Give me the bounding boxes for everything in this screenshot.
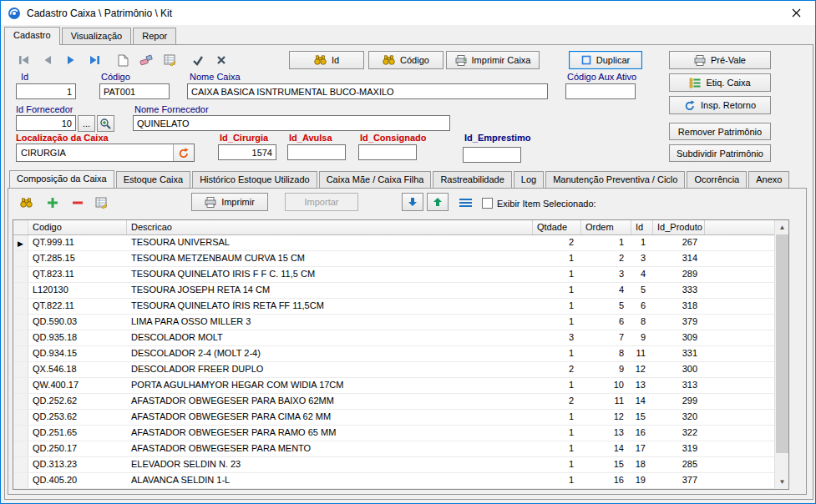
tab-composicao-da-caixa[interactable]: Composição da Caixa (9, 170, 114, 188)
cell-codigo: QD.405.20 (28, 473, 127, 488)
grid-edit-button[interactable] (91, 194, 111, 212)
scroll-up-icon[interactable]: ▲ (775, 220, 789, 234)
header-ordem[interactable]: Ordem (581, 220, 631, 234)
pre-vale-button[interactable]: Pré-Vale (669, 51, 771, 69)
table-row[interactable]: QD.590.03 LIMA PARA OSSO MILLER 3 1 6 8 … (13, 315, 788, 330)
nav-last-button[interactable] (84, 51, 104, 69)
insp-retorno-button[interactable]: Insp. Retorno (669, 96, 771, 114)
move-down-button[interactable] (402, 193, 423, 211)
tab-rastreabilidade[interactable]: Rastreabilidade (433, 171, 511, 188)
etiq-caixa-button[interactable]: Etiq. Caixa (669, 73, 771, 92)
table-row[interactable]: QD.008.86 CURETA LUCAS N. 86 1 17 20 380 (13, 489, 788, 490)
subdividir-patrimonio-button[interactable]: Subdividir Patrimônio (669, 144, 771, 162)
title-bar[interactable]: Cadastro Caixa \ Patrimônio \ Kit (1, 1, 815, 25)
cell-codigo: QD.251.65 (28, 426, 127, 441)
cell-codigo: QT.999.11 (28, 235, 127, 250)
edit-records-button[interactable] (160, 51, 180, 69)
grid-imprimir-button[interactable]: Imprimir (191, 193, 268, 211)
cell-codigo: QD.252.62 (28, 394, 127, 409)
tab-cadastro[interactable]: Cadastro (4, 27, 60, 45)
tab-log[interactable]: Log (514, 171, 544, 188)
table-row[interactable]: QT.822.11 TESOURA QUINELATO ÍRIS RETA FF… (13, 299, 788, 315)
table-row[interactable]: QT.823.11 TESOURA QUINELATO IRIS F F C. … (13, 267, 788, 283)
erase-record-button[interactable] (136, 51, 156, 69)
nav-prev-button[interactable] (38, 51, 58, 69)
fornecedor-browse-button[interactable]: ... (78, 115, 95, 132)
table-row[interactable]: ▶ QT.999.11 TESOURA UNIVERSAL 2 1 1 267 (13, 235, 788, 251)
table-row[interactable]: QD.313.23 ELEVADOR SELDIN N. 23 1 15 18 … (13, 457, 788, 473)
search-codigo-button[interactable]: Código (368, 51, 443, 69)
codigo-aux-field[interactable] (565, 83, 636, 99)
localizacao-combo[interactable]: CIRURGIA (16, 144, 195, 162)
cancel-button[interactable] (211, 51, 231, 69)
fornecedor-search-button[interactable] (97, 115, 114, 132)
imprimir-caixa-button[interactable]: Imprimir Caixa (446, 51, 540, 69)
id-field[interactable] (16, 83, 76, 99)
add-item-button[interactable] (43, 194, 63, 212)
new-record-button[interactable] (113, 51, 133, 69)
tab-manutencao-preventiva-ciclo[interactable]: Manutenção Preventiva / Ciclo (545, 171, 685, 188)
cell-ordem: 13 (581, 426, 631, 441)
tab-visualizacao[interactable]: Visualização (62, 28, 132, 44)
table-row[interactable]: QD.250.17 AFASTADOR OBWEGESER PARA MENTO… (13, 441, 788, 457)
cell-id: 18 (631, 457, 653, 472)
scroll-down-icon[interactable]: ▼ (775, 475, 789, 489)
nav-first-button[interactable] (14, 51, 34, 69)
cell-id-produto: 322 (653, 426, 705, 441)
cell-id-produto: 318 (653, 299, 705, 314)
binoculars-icon (20, 198, 33, 208)
table-row[interactable]: QD.935.18 DESCOLADOR MOLT 3 7 9 309 (13, 330, 788, 346)
grid-search-button[interactable] (16, 194, 36, 212)
localizacao-refresh-button[interactable] (173, 144, 194, 161)
header-codigo[interactable]: Codigo (28, 220, 127, 234)
header-qtdade[interactable]: Qtdade (533, 220, 581, 234)
exibir-item-checkbox[interactable] (482, 198, 493, 209)
table-row[interactable]: L120130 TESOURA JOSEPH RETA 14 CM 1 4 5 … (13, 283, 788, 299)
id-emprestimo-field[interactable] (463, 147, 521, 163)
table-row[interactable]: QT.285.15 TESOURA METZENBAUM CURVA 15 CM… (13, 251, 788, 267)
table-row[interactable]: QD.405.20 ALAVANCA SELDIN 1-L 1 16 19 37… (13, 473, 788, 489)
table-row[interactable]: QD.934.15 DESCOLADOR 2-4 (MOLT 2-4) 1 8 … (13, 346, 788, 362)
vertical-scrollbar[interactable]: ▲ ▼ (774, 220, 788, 489)
table-row[interactable]: QW.400.17 PORTA AGULHAMYOR HEGAR COM WID… (13, 378, 788, 394)
tab-historico-estoque-utilizado[interactable]: Histórico Estoque Utilizado (192, 171, 317, 188)
importar-button[interactable]: Importar (285, 193, 358, 211)
table-row[interactable]: QD.251.65 AFASTADOR OBWEGESER PARA RAMO … (13, 426, 788, 441)
confirm-button[interactable] (188, 51, 208, 69)
cell-id-produto: 331 (653, 346, 705, 361)
nome-fornecedor-field[interactable] (133, 115, 450, 131)
tab-anexo[interactable]: Anexo (748, 171, 789, 188)
tab-estoque-caixa[interactable]: Estoque Caixa (116, 171, 191, 188)
refresh-arrow-icon (684, 100, 696, 111)
search-id-button[interactable]: Id (289, 51, 364, 69)
cell-descricao: PORTA AGULHAMYOR HEGAR COM WIDIA 17CM (127, 378, 533, 393)
table-row[interactable]: QX.546.18 DESCOLADOR FREER DUPLO 2 9 12 … (13, 362, 788, 378)
header-descricao[interactable]: Descricao (127, 220, 533, 234)
table-row[interactable]: QD.252.62 AFASTADOR OBWEGESER PARA BAIXO… (13, 394, 788, 410)
id-fornecedor-field[interactable] (16, 115, 76, 131)
id-consignado-field[interactable] (358, 144, 417, 160)
close-button[interactable] (777, 1, 815, 25)
tab-caixa-mae-caixa-filha[interactable]: Caixa Mãe / Caixa Filha (319, 171, 432, 188)
header-id[interactable]: Id (631, 220, 653, 234)
subdividir-patrimonio-label: Subdividir Patrimônio (677, 149, 763, 159)
new-document-icon (118, 54, 129, 67)
move-up-button[interactable] (427, 193, 449, 211)
tab-repor[interactable]: Repor (133, 28, 176, 44)
table-row[interactable]: QD.253.62 AFASTADOR OBWEGESER PARA CIMA … (13, 410, 788, 426)
row-indicator (13, 426, 28, 441)
remover-patrimonio-button[interactable]: Remover Patrimônio (669, 123, 771, 140)
list-view-button[interactable] (455, 194, 475, 212)
header-id-produto[interactable]: Id_Produto (653, 220, 705, 234)
cell-id-produto: 300 (653, 362, 705, 377)
id-avulsa-field[interactable] (287, 144, 346, 160)
id-cirurgia-field[interactable] (218, 144, 276, 160)
nav-next-button[interactable] (61, 51, 81, 69)
scrollbar-thumb[interactable] (776, 234, 788, 453)
codigo-field[interactable] (99, 83, 170, 99)
tab-ocorrencia[interactable]: Ocorrência (687, 171, 747, 188)
remove-item-button[interactable] (68, 194, 88, 212)
binoculars-icon (383, 55, 395, 65)
nome-caixa-field[interactable] (187, 83, 548, 99)
duplicar-button[interactable]: Duplicar (569, 51, 642, 69)
